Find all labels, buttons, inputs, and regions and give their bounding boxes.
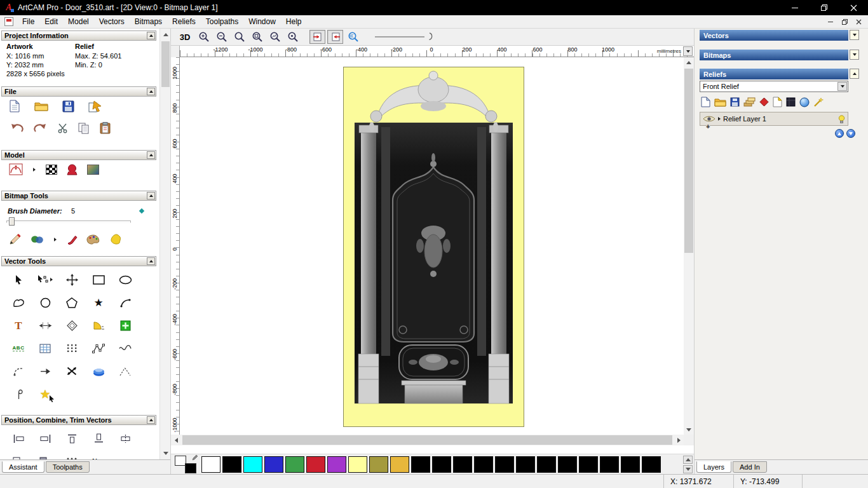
measure-tool-icon[interactable] [32, 315, 58, 336]
palette-swatch[interactable] [327, 456, 346, 473]
wrap-star-icon[interactable]: ★ [32, 383, 58, 405]
palette-scroll-up-button[interactable] [683, 456, 693, 464]
scroll-thumb[interactable] [161, 41, 170, 87]
menu-model[interactable]: Model [63, 16, 94, 27]
cut-icon[interactable] [57, 123, 68, 133]
open-model-icon[interactable] [34, 101, 48, 112]
zoom-all-icon[interactable] [345, 30, 361, 44]
tab-layers[interactable]: Layers [696, 461, 731, 473]
palette-swatch[interactable] [411, 456, 430, 473]
zoom-in-icon[interactable] [196, 30, 212, 44]
scroll-thumb[interactable] [684, 69, 693, 253]
paint-icon[interactable] [9, 233, 22, 245]
palette-swatch[interactable] [579, 456, 598, 473]
palette-swatch[interactable] [621, 456, 640, 473]
magic-wand-icon[interactable] [813, 97, 824, 107]
copy-icon[interactable] [78, 123, 90, 134]
mdi-restore-button[interactable] [837, 17, 851, 27]
smooth-relief-icon[interactable] [799, 97, 810, 107]
menu-toolpaths[interactable]: Toolpaths [201, 16, 243, 27]
snap-grid-toggle-icon[interactable] [309, 30, 325, 44]
tab-toolpaths[interactable]: Toolpaths [46, 461, 90, 473]
rollup-button[interactable] [147, 151, 155, 159]
snap-object-toggle-icon[interactable] [327, 30, 343, 44]
save-relief-icon[interactable] [730, 97, 740, 107]
brush-slider-handle[interactable] [9, 217, 15, 226]
palette-scroll-down-button[interactable] [683, 465, 693, 473]
paint-selective-icon[interactable] [31, 234, 44, 245]
document-icon[interactable] [4, 17, 13, 26]
rollup-button[interactable] [147, 88, 155, 95]
align-top-icon[interactable] [58, 428, 85, 449]
flyout-arrow-icon[interactable] [33, 168, 36, 172]
scroll-left-button[interactable] [171, 435, 181, 445]
open-relief-icon[interactable] [714, 98, 726, 107]
palette-swatch[interactable] [390, 456, 409, 473]
align-left-icon[interactable] [5, 428, 32, 449]
zoom-window-icon[interactable] [249, 30, 265, 44]
measure-angle-icon[interactable] [112, 360, 139, 382]
secondary-color[interactable] [185, 463, 196, 473]
menu-help[interactable]: Help [281, 16, 307, 27]
redo-icon[interactable] [34, 123, 47, 133]
layer-highlight-icon[interactable] [838, 115, 845, 123]
palette-swatch[interactable] [369, 456, 388, 473]
scroll-thumb[interactable] [182, 435, 672, 445]
scroll-right-button[interactable] [674, 435, 684, 445]
image-model-icon[interactable] [87, 165, 99, 175]
fillet-tool-icon[interactable] [85, 315, 112, 336]
palette-swatch[interactable] [306, 456, 325, 473]
relief-stack-icon[interactable] [743, 97, 756, 107]
menu-bitmaps[interactable]: Bitmaps [130, 16, 167, 27]
palette-swatch[interactable] [495, 456, 514, 473]
layer-expand-arrow-icon[interactable] [718, 117, 721, 121]
create-rectangle-icon[interactable] [85, 269, 112, 290]
minimize-button[interactable] [780, 0, 810, 15]
palette-swatch[interactable] [285, 456, 304, 473]
add-layer-plus-icon[interactable]: + [706, 123, 710, 130]
palette-swatch[interactable] [201, 456, 220, 473]
scroll-up-button[interactable] [161, 30, 170, 39]
primary-secondary-color-swatch[interactable] [175, 456, 198, 473]
palette-swatch[interactable] [516, 456, 535, 473]
trim-vectors-icon[interactable] [58, 360, 85, 382]
scroll-down-button[interactable] [684, 424, 694, 435]
canvas-vertical-scrollbar[interactable] [684, 57, 694, 435]
canvas-horizontal-scrollbar[interactable] [171, 435, 684, 445]
scroll-down-button[interactable] [161, 449, 170, 458]
paste-icon[interactable] [100, 122, 111, 134]
align-center-icon[interactable] [112, 428, 139, 449]
transform-vectors-icon[interactable] [58, 269, 85, 290]
units-dropdown-button[interactable] [683, 46, 693, 56]
add-vector-icon[interactable] [112, 315, 139, 336]
brush-diameter-slider[interactable] [6, 220, 131, 223]
select-vectors-icon[interactable] [5, 269, 32, 290]
drawing-canvas[interactable] [180, 57, 684, 435]
layer-visibility-eye-icon[interactable] [703, 115, 715, 123]
vectors-expand-button[interactable] [850, 30, 859, 40]
rollup-button[interactable] [147, 32, 155, 39]
menu-vectors[interactable]: Vectors [94, 16, 130, 27]
palette-swatch[interactable] [432, 456, 451, 473]
palette-swatch[interactable] [243, 456, 262, 473]
create-arc-icon[interactable] [112, 292, 139, 313]
palette-swatch[interactable] [453, 456, 472, 473]
palette-swatch[interactable] [642, 456, 661, 473]
palette-swatch[interactable] [474, 456, 493, 473]
wrap-text-abc-icon[interactable]: ABC [5, 337, 32, 359]
palette-swatch[interactable] [264, 456, 283, 473]
restore-button[interactable] [810, 0, 839, 15]
zoom-extents-icon[interactable] [267, 30, 283, 44]
vectors-section-header[interactable]: Vectors [700, 30, 848, 41]
greyscale-model-icon[interactable] [9, 163, 23, 175]
paste-along-grid-icon[interactable] [32, 337, 58, 359]
reliefs-section-header[interactable]: Reliefs [700, 69, 848, 79]
block-copy-icon[interactable] [58, 337, 85, 359]
vector-direction-icon[interactable] [32, 360, 58, 382]
menu-reliefs[interactable]: Reliefs [167, 16, 201, 27]
bitmaps-expand-button[interactable] [850, 50, 859, 60]
palette-swatch[interactable] [348, 456, 367, 473]
mdi-minimize-button[interactable] [824, 17, 837, 27]
create-polygon-icon[interactable] [58, 292, 85, 313]
mdi-close-button[interactable] [851, 17, 865, 27]
